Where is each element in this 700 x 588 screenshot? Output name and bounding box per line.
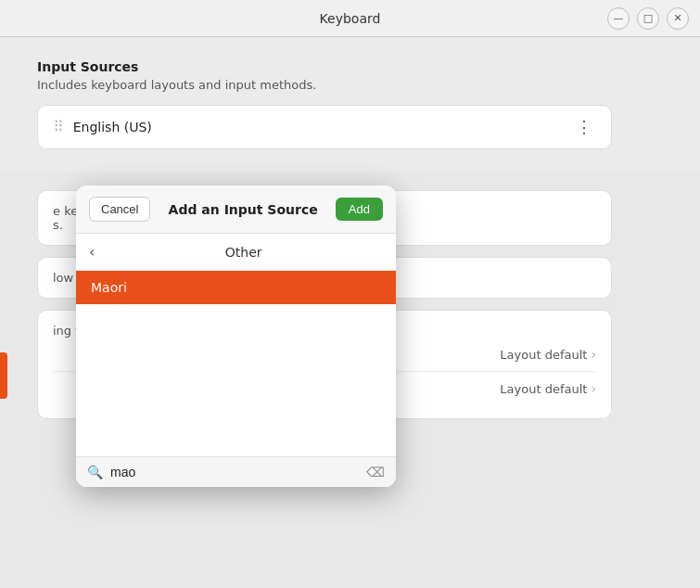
chevron-icon-2: › bbox=[591, 381, 596, 396]
input-source-row: ⠿ English (US) ⋮ bbox=[37, 105, 612, 149]
input-source-label: English (US) bbox=[73, 120, 563, 134]
drag-handle-icon: ⠿ bbox=[53, 120, 64, 134]
window-title: Keyboard bbox=[320, 11, 381, 26]
search-icon: 🔍 bbox=[87, 465, 103, 479]
maximize-button[interactable]: □ bbox=[637, 7, 659, 30]
more-options-button[interactable]: ⋮ bbox=[572, 117, 596, 137]
section-subtitle: Includes keyboard layouts and input meth… bbox=[37, 78, 663, 92]
dialog-nav: ‹ Other bbox=[76, 234, 396, 271]
title-bar: Keyboard — □ ✕ bbox=[0, 0, 700, 37]
list-item-maori[interactable]: Maori bbox=[76, 271, 396, 304]
dialog-title: Add an Input Source bbox=[159, 202, 325, 217]
section-title: Input Sources bbox=[37, 59, 663, 74]
minimize-button[interactable]: — bbox=[607, 7, 630, 30]
add-input-source-dialog: Cancel Add an Input Source Add ‹ Other M… bbox=[76, 185, 396, 487]
dialog-list: Maori bbox=[76, 271, 396, 456]
left-edge-tab bbox=[0, 352, 7, 399]
dialog-search-bar: 🔍 ⌫ bbox=[76, 456, 396, 487]
main-content: Input Sources Includes keyboard layouts … bbox=[0, 37, 700, 172]
row2-value: Layout default › bbox=[500, 381, 596, 396]
clear-search-button[interactable]: ⌫ bbox=[366, 465, 385, 479]
window-controls: — □ ✕ bbox=[607, 7, 689, 30]
chevron-icon-1: › bbox=[591, 347, 596, 362]
row1-value: Layout default › bbox=[500, 347, 596, 362]
search-input[interactable] bbox=[110, 465, 359, 479]
close-button[interactable]: ✕ bbox=[667, 7, 689, 30]
add-button[interactable]: Add bbox=[336, 198, 383, 221]
cancel-button[interactable]: Cancel bbox=[89, 197, 150, 222]
dialog-header: Cancel Add an Input Source Add bbox=[76, 185, 396, 234]
back-button[interactable]: ‹ bbox=[89, 243, 95, 261]
nav-category-label: Other bbox=[104, 245, 383, 260]
